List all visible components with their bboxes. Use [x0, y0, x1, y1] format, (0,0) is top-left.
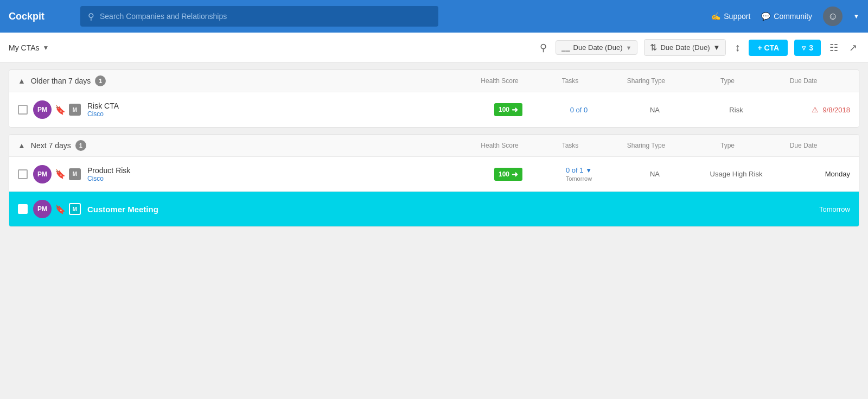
cta-name-risk[interactable]: Risk CTA	[87, 102, 470, 110]
row-checkbox-product[interactable]	[18, 169, 28, 179]
group-by-icon: ⎯⎯	[561, 43, 570, 52]
row-checkbox-risk[interactable]	[18, 105, 28, 115]
community-label: Community	[774, 12, 812, 21]
sort-by-label: Due Date (Due)	[660, 43, 710, 52]
group-older-than-7-days: ▲ Older than 7 days 1 Health Score Tasks…	[9, 69, 859, 128]
nav-right: ✍ Support 💬 Community ☺ ▼	[711, 7, 859, 26]
cta-info-risk: Risk CTA Cisco	[87, 102, 470, 118]
col-tasks-1: Tasks	[538, 77, 603, 85]
group2-title-text: Next 7 days	[31, 141, 71, 150]
toolbar-search-icon[interactable]: ⚲	[538, 40, 549, 56]
health-badge-product: 100 ➜	[494, 168, 522, 181]
group-by-filter[interactable]: ⎯⎯ Due Date (Due) ▼	[556, 40, 638, 55]
due-date-risk: ⚠ 9/8/2018	[774, 105, 850, 114]
cta-row-risk: PM 🔖 M Risk CTA Cisco 100 ➜ 0 of 0 NA Ri…	[9, 92, 859, 127]
main-content: ▲ Older than 7 days 1 Health Score Tasks…	[0, 63, 868, 399]
type-risk: Risk	[698, 106, 774, 114]
row-checkbox-meeting[interactable]	[18, 204, 28, 214]
search-input[interactable]	[100, 12, 431, 21]
m-badge-meeting: M	[69, 203, 81, 215]
bookmark-icon-product[interactable]: 🔖	[55, 169, 66, 179]
group-next-7-days: ▲ Next 7 days 1 Health Score Tasks Shari…	[9, 134, 859, 227]
view-selector-chevron: ▼	[43, 44, 49, 52]
expand-icon[interactable]: ↗	[847, 40, 859, 56]
search-bar[interactable]: ⚲	[80, 6, 438, 27]
filter-count: 3	[809, 43, 813, 52]
cta-company-risk[interactable]: Cisco	[87, 110, 470, 118]
community-link[interactable]: 💬 Community	[761, 12, 812, 21]
col-tasks-2: Tasks	[538, 142, 603, 149]
list-view-icon[interactable]: ☷	[827, 40, 840, 56]
sort-by-filter[interactable]: ⇅ Due Date (Due) ▼	[644, 39, 726, 56]
m-badge-product: M	[69, 168, 81, 180]
m-badge-risk: M	[69, 104, 81, 116]
due-date-meeting: Tomorrow	[774, 205, 850, 213]
group2-column-headers: Health Score Tasks Sharing Type Type Due…	[433, 142, 850, 149]
search-icon: ⚲	[88, 11, 94, 22]
col-sharing-2: Sharing Type	[603, 142, 690, 149]
tasks-risk: 0 of 0	[546, 106, 611, 114]
avatar-meeting: PM	[33, 200, 52, 218]
group2-count: 1	[75, 140, 86, 151]
group1-header: ▲ Older than 7 days 1 Health Score Tasks…	[9, 70, 859, 92]
support-link[interactable]: ✍ Support	[711, 12, 750, 21]
tasks-product-sub: Tomorrow	[546, 175, 611, 182]
sharing-risk: NA	[611, 106, 698, 114]
group-by-label: Due Date (Due)	[573, 43, 623, 52]
cta-name-product[interactable]: Product Risk	[87, 166, 470, 175]
avatar-icon: ☺	[828, 11, 838, 22]
cta-info-meeting: Customer Meeting	[87, 205, 470, 214]
support-icon: ✍	[711, 12, 720, 21]
type-product: Usage High Risk	[698, 170, 774, 178]
col-sharing-1: Sharing Type	[603, 77, 690, 85]
group2-collapse-icon[interactable]: ▲	[18, 141, 25, 150]
sort-direction-icon[interactable]: ↕	[732, 39, 742, 56]
add-cta-button[interactable]: + CTA	[749, 40, 788, 56]
health-badge-risk: 100 ➜	[494, 103, 522, 116]
col-health-score-1: Health Score	[462, 77, 538, 85]
app-title: Cockpit	[9, 11, 74, 22]
filter-icon: ▿	[802, 43, 806, 52]
tasks-link-risk[interactable]: 0 of 0	[546, 106, 611, 114]
bookmark-icon-risk[interactable]: 🔖	[55, 105, 66, 115]
main-toolbar: My CTAs ▼ ⚲ ⎯⎯ Due Date (Due) ▼ ⇅ Due Da…	[0, 33, 868, 63]
group2-title: Next 7 days 1	[31, 140, 86, 151]
due-date-product: Monday	[774, 170, 850, 178]
health-score-product: 100 ➜	[470, 168, 546, 181]
support-label: Support	[724, 12, 750, 21]
tasks-dropdown-icon[interactable]: ▼	[585, 167, 592, 174]
sort-icon: ⇅	[650, 42, 657, 53]
sharing-product: NA	[611, 170, 698, 178]
user-avatar[interactable]: ☺	[823, 7, 843, 26]
cta-info-product: Product Risk Cisco	[87, 166, 470, 182]
group1-count: 1	[95, 75, 106, 86]
top-navigation: Cockpit ⚲ ✍ Support 💬 Community ☺ ▼	[0, 0, 868, 33]
avatar-product: PM	[33, 165, 52, 183]
group1-title: Older than 7 days 1	[31, 75, 106, 86]
group1-title-text: Older than 7 days	[31, 77, 91, 85]
community-icon: 💬	[761, 12, 770, 21]
avatar-chevron: ▼	[853, 13, 859, 20]
sort-by-chevron: ▼	[713, 43, 720, 52]
group1-column-headers: Health Score Tasks Sharing Type Type Due…	[433, 77, 850, 85]
tasks-product-link[interactable]: 0 of 1 ▼	[546, 166, 611, 174]
col-due-date-1: Due Date	[765, 77, 841, 85]
bookmark-icon-meeting[interactable]: 🔖	[55, 204, 66, 214]
col-due-date-2: Due Date	[765, 142, 841, 149]
cta-name-meeting[interactable]: Customer Meeting	[87, 205, 470, 214]
group1-collapse-icon[interactable]: ▲	[18, 77, 25, 85]
col-health-score-2: Health Score	[462, 142, 538, 149]
avatar-risk: PM	[33, 100, 52, 119]
group2-header: ▲ Next 7 days 1 Health Score Tasks Shari…	[9, 135, 859, 157]
view-label: My CTAs	[9, 43, 40, 52]
col-type-2: Type	[690, 142, 765, 149]
view-selector[interactable]: My CTAs ▼	[9, 43, 49, 52]
cta-row-customer-meeting: PM 🔖 M Customer Meeting Tomorrow	[9, 192, 859, 226]
filter-count-button[interactable]: ▿ 3	[794, 40, 821, 56]
cta-row-product-risk: PM 🔖 M Product Risk Cisco 100 ➜ 0 of 1 ▼	[9, 157, 859, 192]
warning-icon-risk: ⚠	[812, 105, 819, 114]
cta-company-product[interactable]: Cisco	[87, 175, 470, 182]
health-score-risk: 100 ➜	[470, 103, 546, 116]
group-by-chevron: ▼	[626, 45, 632, 51]
col-type-1: Type	[690, 77, 765, 85]
